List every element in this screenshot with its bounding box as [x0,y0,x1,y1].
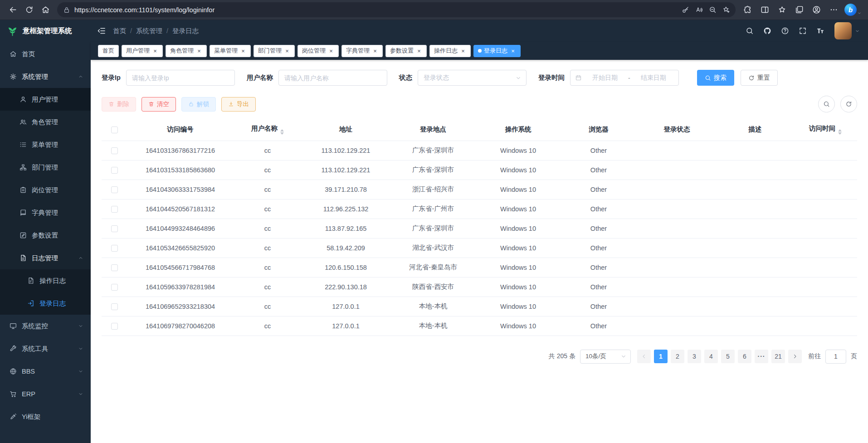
bing-sidebar-button[interactable] [843,4,863,16]
tab-角色管理[interactable]: 角色管理× [166,45,207,57]
tab-close-icon[interactable]: × [196,48,202,54]
sidebar-item-Yi框架[interactable]: Yi框架 [0,405,91,428]
page-size-select[interactable]: 10条/页 [580,350,631,364]
sidebar-item-ERP[interactable]: ERP [0,383,91,405]
status-select[interactable]: 登录状态 [418,70,527,86]
toggle-search-button[interactable] [818,96,835,112]
page-button-6[interactable]: 6 [738,350,751,363]
prev-page-button[interactable] [637,350,651,363]
refresh-table-button[interactable] [840,96,857,112]
browser-address-bar[interactable]: https://ccnetcore.com:1101/system/log/lo… [57,2,736,17]
breadcrumb-item[interactable]: 系统管理 [136,27,162,35]
app-logo[interactable]: 意框架管理系统 [0,20,91,42]
browser-back-button[interactable] [5,2,21,18]
search-button[interactable]: 搜索 [697,70,734,86]
sidebar-item-角色管理[interactable]: 角色管理 [0,111,91,133]
tab-close-icon[interactable]: × [416,48,422,54]
browser-home-button[interactable] [37,2,54,18]
sort-icon[interactable] [280,129,284,135]
column-header-user[interactable]: 用户名称 [234,119,302,141]
row-checkbox[interactable] [111,147,118,154]
split-screen-button[interactable] [756,2,773,18]
row-checkbox[interactable] [111,303,118,310]
column-header-time[interactable]: 访问时间 [794,119,857,141]
tab-登录日志[interactable]: 登录日志× [473,45,521,57]
page-button-4[interactable]: 4 [704,350,718,363]
read-aloud-icon[interactable] [692,4,706,16]
tab-菜单管理[interactable]: 菜单管理× [210,45,251,57]
fullscreen-icon[interactable] [795,24,810,38]
github-icon[interactable] [760,24,775,38]
delete-button[interactable]: 删除 [102,97,136,112]
tab-close-icon[interactable]: × [510,48,516,54]
tab-close-icon[interactable]: × [372,48,378,54]
row-checkbox[interactable] [111,206,118,213]
pager-ellipsis[interactable]: ··· [755,350,768,363]
sidebar-item-系统工具[interactable]: 系统工具 [0,337,91,360]
help-icon[interactable] [778,24,792,38]
collections-button[interactable] [791,2,807,18]
sidebar-item-部门管理[interactable]: 部门管理 [0,156,91,179]
row-checkbox[interactable] [111,245,118,252]
tab-close-icon[interactable]: × [328,48,334,54]
sidebar-item-参数设置[interactable]: 参数设置 [0,224,91,247]
sidebar-item-日志管理[interactable]: 日志管理 [0,247,91,269]
row-checkbox[interactable] [111,186,118,193]
sidebar-item-岗位管理[interactable]: 岗位管理 [0,179,91,201]
sidebar-item-字典管理[interactable]: 字典管理 [0,201,91,224]
add-favorite-icon[interactable] [719,4,733,16]
select-all-checkbox[interactable] [111,127,118,133]
tab-参数设置[interactable]: 参数设置× [385,45,427,57]
tab-close-icon[interactable]: × [240,48,246,54]
extensions-button[interactable] [739,2,756,18]
row-checkbox[interactable] [111,167,118,174]
browser-profile-button[interactable] [808,2,824,18]
tab-close-icon[interactable]: × [152,48,158,54]
sidebar-toggle-icon[interactable] [97,26,106,35]
row-checkbox[interactable] [111,225,118,232]
tab-close-icon[interactable]: × [284,48,290,54]
browser-menu-button[interactable] [825,2,842,18]
tab-用户管理[interactable]: 用户管理× [122,45,163,57]
user-name-input[interactable] [278,70,387,86]
sidebar-item-系统管理[interactable]: 系统管理 [0,65,91,88]
site-info-icon[interactable] [63,6,70,14]
page-button-5[interactable]: 5 [721,350,735,363]
page-button-2[interactable]: 2 [671,350,684,363]
favorites-button[interactable] [774,2,790,18]
page-button-3[interactable]: 3 [688,350,701,363]
unlock-button[interactable]: 解锁 [181,97,216,112]
export-button[interactable]: 导出 [221,97,256,112]
browser-refresh-button[interactable] [21,2,37,18]
page-button-1[interactable]: 1 [654,350,668,363]
goto-page-input[interactable] [825,350,846,364]
breadcrumb-item[interactable]: 首页 [113,27,126,35]
row-checkbox[interactable] [111,323,118,330]
row-checkbox[interactable] [111,264,118,271]
sidebar-item-登录日志[interactable]: 登录日志 [0,292,91,315]
user-avatar[interactable] [834,22,852,39]
sidebar-item-BBS[interactable]: BBS [0,360,91,383]
sidebar-item-首页[interactable]: 首页 [0,43,91,65]
login-time-range-picker[interactable]: 开始日期 - 结束日期 [570,70,679,86]
tab-字典管理[interactable]: 字典管理× [341,45,383,57]
tab-部门管理[interactable]: 部门管理× [254,45,295,57]
page-button-21[interactable]: 21 [771,350,785,363]
sort-icon[interactable] [838,129,842,135]
tab-岗位管理[interactable]: 岗位管理× [297,45,339,57]
login-ip-input[interactable] [126,70,235,86]
url-text[interactable]: https://ccnetcore.com:1101/system/log/lo… [74,6,678,14]
password-manager-icon[interactable] [678,4,692,16]
clear-button[interactable]: 清空 [141,97,176,112]
tab-close-icon[interactable]: × [460,48,466,54]
header-search-icon[interactable] [742,24,757,38]
avatar-dropdown-icon[interactable] [855,29,860,34]
zoom-icon[interactable] [706,4,719,16]
sidebar-item-系统监控[interactable]: 系统监控 [0,315,91,337]
sidebar-item-用户管理[interactable]: 用户管理 [0,88,91,111]
tab-首页[interactable]: 首页 [98,45,119,57]
font-size-icon[interactable] [813,24,828,38]
sidebar-item-菜单管理[interactable]: 菜单管理 [0,133,91,156]
sidebar-item-操作日志[interactable]: 操作日志 [0,269,91,292]
row-checkbox[interactable] [111,284,118,291]
